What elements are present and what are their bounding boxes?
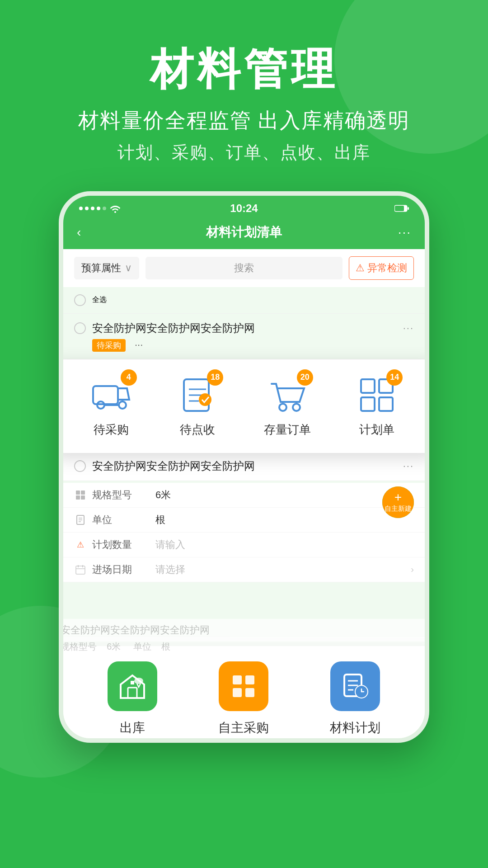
svg-rect-35 bbox=[128, 688, 137, 698]
signal-dot-1 bbox=[79, 207, 83, 210]
qty-placeholder[interactable]: 请输入 bbox=[155, 538, 414, 552]
bg-list-sub: 规格型号 6米 单位 根 bbox=[59, 637, 429, 656]
date-chevron-icon: › bbox=[411, 564, 414, 575]
plus-icon: + bbox=[394, 491, 402, 504]
calendar-icon bbox=[75, 565, 85, 575]
bottom-feature-cards: 安全防护网安全防护网安全防护网 规格型号 6米 单位 根 bbox=[59, 646, 429, 743]
spec-icon bbox=[74, 489, 87, 501]
svg-rect-18 bbox=[361, 397, 375, 411]
date-label: 进场日期 bbox=[92, 563, 155, 576]
subtitle-line2: 计划、采购、订单、点收、出库 bbox=[0, 141, 488, 164]
selfbuild-label: 自主新建 bbox=[385, 505, 412, 513]
select-all-row[interactable]: 全选 bbox=[63, 287, 425, 314]
action-stock-orders[interactable]: 20 存量订单 bbox=[264, 375, 311, 438]
purchase-label: 自主采购 bbox=[218, 719, 269, 736]
spec-value: 6米 bbox=[155, 488, 414, 502]
status-icons bbox=[394, 204, 409, 212]
anomaly-detect-btn[interactable]: ⚠ 异常检测 bbox=[349, 256, 414, 280]
detail-row-qty[interactable]: ⚠ 计划数量 请输入 + 自主新建 bbox=[63, 533, 425, 557]
unit-value: 根 bbox=[155, 513, 414, 527]
pending-receipt-icon-wrapper: 18 bbox=[177, 375, 218, 415]
svg-rect-23 bbox=[81, 495, 85, 500]
status-time: 10:24 bbox=[230, 202, 258, 215]
subtitle-line1: 材料量价全程监管 出入库精确透明 bbox=[0, 107, 488, 135]
action-pending-receipt[interactable]: 18 待点收 bbox=[177, 375, 218, 438]
svg-rect-40 bbox=[233, 688, 242, 697]
battery-icon bbox=[394, 204, 409, 212]
svg-point-0 bbox=[114, 211, 116, 213]
item-title: 安全防护网安全防护网安全防护网 bbox=[92, 321, 397, 335]
wifi-icon bbox=[110, 204, 121, 213]
signal-dot-2 bbox=[85, 207, 89, 210]
property-filter-btn[interactable]: 预算属性 ∨ bbox=[74, 257, 139, 279]
stock-orders-label: 存量订单 bbox=[264, 422, 311, 438]
action-plan-list[interactable]: 14 计划单 bbox=[357, 375, 397, 438]
action-pending-purchase[interactable]: 4 待采购 bbox=[91, 375, 131, 438]
svg-point-37 bbox=[134, 678, 143, 684]
date-placeholder[interactable]: 请选择 bbox=[155, 563, 411, 576]
filter-bar: 预算属性 ∨ 搜索 ⚠ 异常检测 bbox=[63, 249, 425, 287]
feature-chuku[interactable]: 出库 bbox=[108, 661, 157, 736]
detail-row-date[interactable]: 进场日期 请选择 › bbox=[63, 557, 425, 582]
pending-purchase-badge: 4 bbox=[121, 369, 137, 386]
phone-mockup: 10:24 ‹ 材料计划清单 ··· 预算属性 ∨ 搜索 bbox=[59, 191, 429, 743]
svg-rect-31 bbox=[76, 566, 85, 574]
selfbuild-btn[interactable]: + 自主新建 bbox=[382, 486, 414, 518]
feature-purchase[interactable]: 自主采购 bbox=[218, 661, 269, 736]
qty-label: 计划数量 bbox=[92, 538, 155, 552]
feature-plan[interactable]: 材料计划 bbox=[330, 661, 380, 736]
chuku-icon-wrapper bbox=[108, 661, 157, 711]
stock-orders-badge: 20 bbox=[297, 369, 313, 386]
selfbuild-float: + 自主新建 bbox=[382, 486, 414, 518]
phone-inner-content: 4 待采购 18 bbox=[63, 359, 425, 725]
item2-more-btn[interactable]: ··· bbox=[403, 460, 414, 472]
svg-point-7 bbox=[119, 401, 126, 409]
item-radio[interactable] bbox=[74, 322, 86, 334]
svg-rect-19 bbox=[379, 397, 393, 411]
plan-list-label: 计划单 bbox=[359, 422, 394, 438]
svg-rect-2 bbox=[395, 206, 404, 211]
svg-rect-16 bbox=[361, 379, 375, 393]
chevron-down-icon: ∨ bbox=[125, 262, 132, 274]
item2-radio[interactable] bbox=[74, 460, 86, 472]
item-tag-pending: 待采购 bbox=[92, 339, 126, 352]
doc-icon bbox=[75, 515, 85, 525]
plan-icon-wrapper bbox=[330, 661, 380, 711]
select-all-radio[interactable] bbox=[74, 294, 86, 306]
svg-rect-21 bbox=[81, 491, 85, 495]
date-icon bbox=[74, 563, 87, 576]
signal-dot-5 bbox=[103, 207, 106, 210]
quick-actions-card: 4 待采购 18 bbox=[59, 359, 429, 453]
house-exit-icon bbox=[118, 672, 147, 701]
qty-icon: ⚠ bbox=[74, 538, 87, 551]
cart-grid-icon bbox=[229, 672, 258, 701]
item-tag-row: 待采购 ··· bbox=[74, 339, 414, 352]
pending-purchase-icon-wrapper: 4 bbox=[91, 375, 131, 415]
select-all-label: 全选 bbox=[92, 295, 107, 305]
item-spec: ··· bbox=[135, 339, 143, 352]
plan-label: 材料计划 bbox=[330, 719, 380, 736]
item2-title: 安全防护网安全防护网安全防护网 bbox=[92, 459, 397, 473]
phone-mockup-container: 10:24 ‹ 材料计划清单 ··· 预算属性 ∨ 搜索 bbox=[59, 191, 429, 743]
detail-row-unit: 单位 根 AI识别 bbox=[63, 508, 425, 533]
pending-receipt-badge: 18 bbox=[207, 369, 223, 386]
phone-nav-bar: ‹ 材料计划清单 ··· bbox=[63, 217, 425, 249]
nav-more-button[interactable]: ··· bbox=[398, 225, 411, 240]
svg-rect-4 bbox=[93, 386, 118, 404]
plan-list-badge: 14 bbox=[386, 369, 403, 386]
svg-rect-38 bbox=[233, 675, 242, 684]
unit-label: 单位 bbox=[92, 513, 155, 527]
detail-section: 规格型号 6米 单位 根 bbox=[63, 483, 425, 582]
item-more-btn[interactable]: ··· bbox=[403, 322, 414, 334]
nav-title: 材料计划清单 bbox=[206, 224, 282, 241]
anomaly-label: 异常检测 bbox=[367, 261, 407, 275]
spec-label: 规格型号 bbox=[92, 488, 155, 502]
nav-back-button[interactable]: ‹ bbox=[77, 225, 81, 240]
search-button[interactable]: 搜索 bbox=[145, 257, 343, 279]
signal-dots bbox=[79, 207, 106, 210]
svg-point-15 bbox=[293, 404, 300, 411]
warning-icon: ⚠ bbox=[77, 540, 84, 550]
unit-icon bbox=[74, 514, 87, 526]
pending-receipt-label: 待点收 bbox=[180, 422, 215, 438]
search-placeholder: 搜索 bbox=[234, 262, 254, 274]
